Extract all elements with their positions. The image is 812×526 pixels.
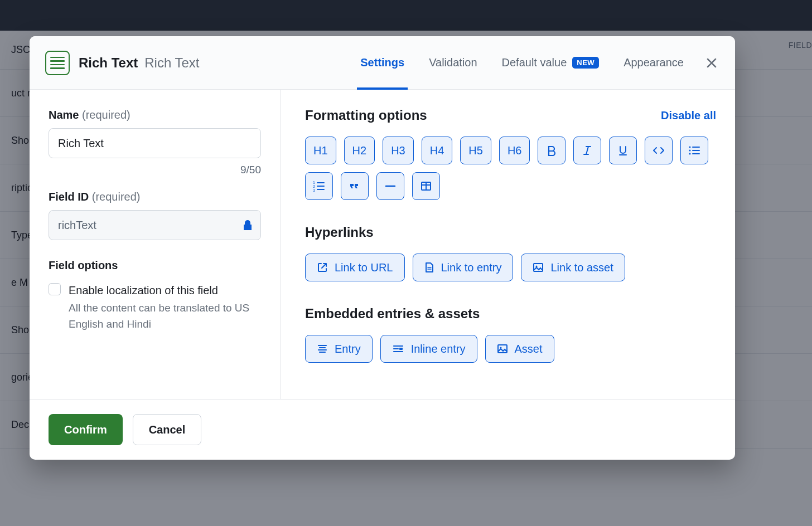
fieldid-input [49, 210, 261, 240]
ol-icon: 123 [313, 181, 325, 192]
required-hint: (required) [82, 109, 130, 121]
hyperlinks-section: Hyperlinks Link to URL Link to entry Lin… [305, 225, 716, 281]
image-icon [497, 343, 508, 354]
close-button[interactable] [704, 55, 719, 71]
entry-block-icon [317, 343, 328, 354]
format-ul[interactable] [680, 137, 708, 164]
table-icon [420, 181, 432, 192]
localization-option[interactable]: Enable localization of this field All th… [49, 282, 261, 333]
embed-entry[interactable]: Entry [305, 335, 373, 363]
close-icon [706, 57, 717, 69]
fieldid-wrap [49, 210, 261, 240]
format-bold[interactable] [538, 137, 566, 164]
format-underline[interactable] [609, 137, 637, 164]
format-quote[interactable] [341, 172, 369, 200]
format-ol[interactable]: 123 [305, 172, 333, 200]
left-panel: Name (required) 9/50 Field ID (required)… [30, 90, 281, 399]
embedded-section: Embedded entries & assets Entry Inline e… [305, 306, 716, 363]
format-italic[interactable] [573, 137, 601, 164]
svg-text:2: 2 [313, 184, 315, 188]
svg-rect-9 [399, 348, 403, 350]
label-text: Name [49, 109, 79, 121]
link-to-asset[interactable]: Link to asset [521, 254, 625, 281]
modal-body: Name (required) 9/50 Field ID (required)… [30, 90, 735, 399]
ul-icon [688, 145, 700, 156]
modal-subtitle: Rich Text [144, 55, 199, 71]
svg-rect-7 [534, 264, 543, 271]
format-h6[interactable]: H6 [499, 137, 530, 164]
svg-point-2 [689, 153, 691, 155]
svg-text:1: 1 [313, 181, 315, 184]
disable-all-link[interactable]: Disable all [661, 109, 716, 122]
tab-label: Default value [502, 56, 567, 69]
new-badge: NEW [572, 57, 599, 69]
right-panel: Formatting options Disable all H1 H2 H3 … [281, 90, 735, 399]
cancel-button[interactable]: Cancel [133, 414, 202, 445]
lock-icon[interactable] [242, 219, 253, 231]
tab-validation[interactable]: Validation [429, 36, 477, 89]
confirm-button[interactable]: Confirm [49, 414, 123, 445]
formatting-row: H1 H2 H3 H4 H5 H6 123 [305, 137, 716, 200]
italic-icon [582, 145, 593, 156]
tab-default-value[interactable]: Default value NEW [502, 36, 600, 89]
svg-text:3: 3 [313, 188, 315, 192]
format-hr[interactable] [376, 172, 404, 200]
fieldid-label: Field ID (required) [49, 191, 261, 203]
format-code[interactable] [645, 137, 673, 164]
name-input[interactable] [49, 128, 261, 158]
svg-point-1 [689, 150, 691, 152]
pill-label: Inline entry [411, 343, 466, 355]
svg-point-0 [689, 147, 691, 148]
modal-header: Rich Text Rich Text Settings Validation … [30, 36, 735, 90]
pill-label: Entry [335, 343, 361, 355]
tab-appearance[interactable]: Appearance [624, 36, 684, 89]
tab-settings[interactable]: Settings [360, 36, 404, 89]
localization-label: Enable localization of this field [69, 282, 261, 299]
name-label: Name (required) [49, 109, 261, 121]
document-icon [424, 262, 434, 273]
format-h5[interactable]: H5 [460, 137, 491, 164]
pill-label: Asset [515, 343, 543, 355]
field-editor-modal: Rich Text Rich Text Settings Validation … [30, 36, 735, 460]
underline-icon [617, 145, 629, 156]
pill-label: Link to entry [441, 261, 502, 274]
inline-entry-icon [392, 343, 404, 354]
format-h2[interactable]: H2 [344, 137, 375, 164]
image-icon [533, 262, 544, 273]
embed-inline-entry[interactable]: Inline entry [380, 335, 477, 363]
format-h1[interactable]: H1 [305, 137, 336, 164]
format-h3[interactable]: H3 [383, 137, 414, 164]
localization-desc: All the content can be translated to US … [69, 300, 261, 333]
modal-footer: Confirm Cancel [30, 399, 735, 460]
modal-title: Rich Text [79, 55, 138, 71]
code-icon [652, 145, 665, 156]
format-h4[interactable]: H4 [422, 137, 453, 164]
char-count: 9/50 [49, 164, 261, 176]
embedded-title: Embedded entries & assets [305, 306, 716, 322]
quote-icon [349, 181, 360, 192]
svg-rect-10 [498, 345, 507, 353]
bold-icon [546, 145, 557, 156]
embed-asset[interactable]: Asset [485, 335, 554, 363]
rich-text-field-icon [45, 51, 70, 75]
pill-label: Link to asset [550, 261, 613, 274]
formatting-head: Formatting options Disable all [305, 108, 716, 123]
modal-tabs: Settings Validation Default value NEW Ap… [360, 36, 684, 89]
field-options-title: Field options [49, 259, 261, 272]
required-hint: (required) [92, 191, 141, 203]
link-to-url[interactable]: Link to URL [305, 254, 405, 281]
format-table[interactable] [412, 172, 440, 200]
formatting-title: Formatting options [305, 108, 427, 123]
localization-checkbox[interactable] [49, 283, 61, 295]
pill-label: Link to URL [335, 261, 393, 274]
external-link-icon [317, 262, 328, 273]
label-text: Field ID [49, 191, 89, 203]
hr-icon [384, 181, 397, 192]
hyperlinks-title: Hyperlinks [305, 225, 716, 240]
link-to-entry[interactable]: Link to entry [413, 254, 514, 281]
